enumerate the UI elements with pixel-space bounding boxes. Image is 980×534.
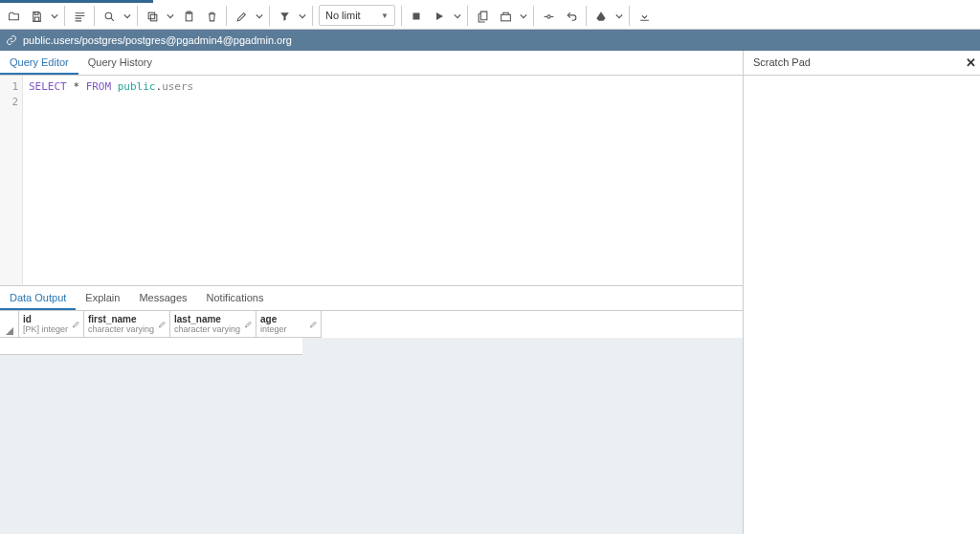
- filter-button[interactable]: [273, 4, 296, 29]
- stop-button[interactable]: [405, 4, 428, 29]
- edit-button[interactable]: [230, 4, 253, 29]
- grid-corner[interactable]: [0, 311, 19, 338]
- column-header-last_name[interactable]: last_namecharacter varying: [170, 311, 256, 338]
- explain-button[interactable]: [471, 4, 494, 29]
- column-type: character varying: [88, 324, 154, 335]
- context-bar: public.users/postgres/postgres@pgadmin4@…: [0, 30, 980, 51]
- clear-button[interactable]: [590, 4, 612, 29]
- delete-row-button[interactable]: [200, 4, 223, 29]
- grid-header: id[PK] integerfirst_namecharacter varyin…: [0, 311, 743, 338]
- scratch-pad-label: Scratch Pad: [744, 51, 820, 75]
- column-type: integer: [260, 324, 287, 335]
- search-dropdown[interactable]: [121, 4, 134, 29]
- pencil-icon[interactable]: [244, 320, 253, 328]
- result-grid[interactable]: id[PK] integerfirst_namecharacter varyin…: [0, 311, 743, 534]
- filter-dropdown[interactable]: [296, 4, 309, 29]
- output-tab-notifications[interactable]: Notifications: [197, 286, 274, 310]
- output-tab-explain[interactable]: Explain: [76, 286, 129, 310]
- output-tab-messages[interactable]: Messages: [129, 286, 196, 310]
- code-editor[interactable]: SELECT * FROM public.users: [23, 76, 743, 285]
- explain-dropdown[interactable]: [517, 4, 530, 29]
- grid-blank-row: [0, 338, 302, 355]
- svg-point-9: [546, 14, 549, 17]
- sql-token: users: [162, 80, 193, 93]
- limit-select[interactable]: No limit ▼: [319, 5, 395, 26]
- svg-rect-3: [148, 12, 155, 19]
- sql-token: FROM: [86, 80, 112, 93]
- edit-dropdown[interactable]: [253, 4, 266, 29]
- svg-rect-7: [413, 13, 420, 20]
- line-number: 1: [0, 79, 18, 95]
- save-button[interactable]: [25, 4, 48, 29]
- column-name: age: [260, 314, 287, 324]
- output-tab-data-output[interactable]: Data Output: [0, 286, 76, 310]
- editor-tabs: Query EditorQuery History: [0, 51, 743, 76]
- search-button[interactable]: [98, 4, 121, 29]
- svg-rect-0: [34, 11, 38, 14]
- svg-point-2: [105, 12, 112, 19]
- column-name: first_name: [88, 314, 154, 324]
- pencil-icon[interactable]: [72, 320, 80, 328]
- commit-button[interactable]: [537, 4, 560, 29]
- sql-token: SELECT: [29, 80, 67, 93]
- line-number: 2: [0, 95, 18, 110]
- output-pane: Data OutputExplainMessagesNotifications …: [0, 285, 743, 534]
- clear-dropdown[interactable]: [612, 4, 626, 29]
- gutter: 12: [0, 76, 23, 285]
- pencil-icon[interactable]: [158, 320, 167, 328]
- left-column: Query EditorQuery History 12 SELECT * FR…: [0, 51, 743, 534]
- column-type: [PK] integer: [23, 324, 68, 335]
- output-tabs: Data OutputExplainMessagesNotifications: [0, 286, 743, 311]
- column-header-id[interactable]: id[PK] integer: [19, 311, 84, 338]
- execute-button[interactable]: [428, 4, 451, 29]
- caret-down-icon: ▼: [381, 11, 389, 20]
- open-file-button[interactable]: [2, 4, 25, 29]
- main-area: Query EditorQuery History 12 SELECT * FR…: [0, 51, 980, 534]
- save-dropdown[interactable]: [48, 4, 61, 29]
- find-button[interactable]: [68, 4, 91, 29]
- copy-dropdown[interactable]: [164, 4, 177, 29]
- paste-button[interactable]: [177, 4, 200, 29]
- column-header-first_name[interactable]: first_namecharacter varying: [84, 311, 170, 338]
- scratch-pad-panel: Scratch Pad ✕: [743, 51, 980, 534]
- sql-token: public: [118, 80, 156, 93]
- pencil-icon[interactable]: [309, 320, 318, 328]
- editor-area[interactable]: 12 SELECT * FROM public.users: [0, 76, 743, 285]
- limit-select-label: No limit: [325, 10, 361, 21]
- column-name: id: [23, 314, 68, 324]
- copy-button[interactable]: [141, 4, 164, 29]
- close-scratch-button[interactable]: ✕: [961, 51, 980, 75]
- column-header-age[interactable]: ageinteger: [256, 311, 322, 338]
- download-button[interactable]: [633, 4, 656, 29]
- column-type: character varying: [174, 324, 240, 335]
- connection-icon: [6, 34, 17, 46]
- context-path: public.users/postgres/postgres@pgadmin4@…: [23, 34, 292, 46]
- column-name: last_name: [174, 314, 240, 324]
- svg-rect-1: [34, 17, 38, 21]
- sql-token: *: [73, 80, 79, 93]
- svg-rect-8: [501, 14, 510, 20]
- scratch-pad-body[interactable]: [744, 76, 980, 534]
- rollback-button[interactable]: [560, 4, 583, 29]
- explain-analyze-button[interactable]: [494, 4, 517, 29]
- editor-tab-query-editor[interactable]: Query Editor: [0, 51, 78, 75]
- scratch-tabs: Scratch Pad ✕: [744, 51, 980, 76]
- toolbar: No limit ▼: [0, 3, 980, 30]
- execute-dropdown[interactable]: [451, 4, 464, 29]
- svg-rect-4: [150, 14, 157, 20]
- editor-tab-query-history[interactable]: Query History: [78, 51, 162, 75]
